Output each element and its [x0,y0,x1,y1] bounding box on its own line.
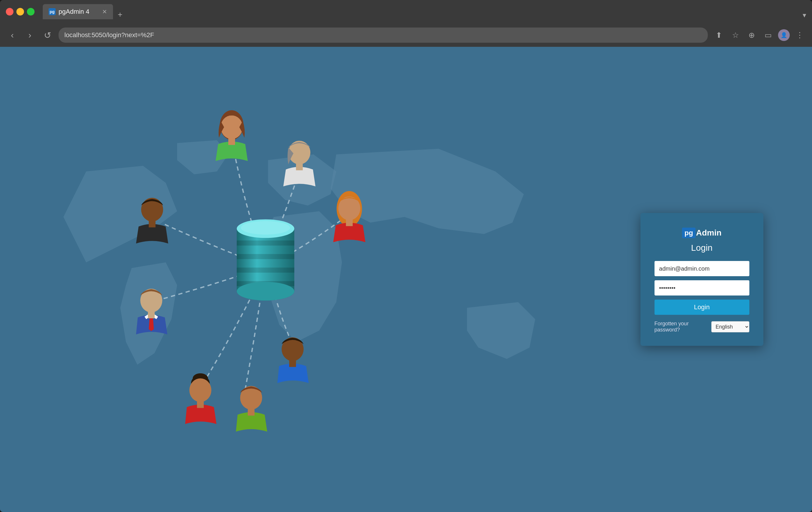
language-select[interactable]: English French German Spanish [711,321,749,332]
minimize-window-button[interactable] [17,8,24,16]
pgadmin-logo: pg Admin [655,228,749,238]
tabs-bar: pg pgAdmin 4 ✕ + ▾ [43,4,806,19]
forward-button[interactable]: › [23,29,36,41]
nav-bar: ‹ › ↺ localhost:5050/login?next=%2F ⬆ ☆ … [0,23,812,47]
nav-actions: ⬆ ☆ ⊕ ▭ 👤 ⋮ [713,29,806,41]
traffic-lights [6,8,34,16]
logo-admin: Admin [696,228,722,238]
login-panel: pg Admin Login Login Forgotten your pass… [640,213,763,346]
world-map-background [41,93,609,465]
share-button[interactable]: ⬆ [713,29,725,41]
browser-window: pg pgAdmin 4 ✕ + ▾ ‹ › ↺ localhost:5050/… [0,0,812,512]
email-input[interactable] [655,261,749,276]
menu-button[interactable]: ⋮ [793,29,806,41]
maximize-window-button[interactable] [27,8,34,16]
page-content: pg Admin Login Login Forgotten your pass… [0,47,812,512]
sidebar-toggle-button[interactable]: ▭ [762,29,775,41]
password-input[interactable] [655,280,749,296]
url-display: localhost:5050/login?next=%2F [64,31,154,39]
login-title: Login [655,243,749,253]
login-footer: Forgotten your password? English French … [655,321,749,333]
tab-title: pgAdmin 4 [59,8,89,16]
address-bar[interactable]: localhost:5050/login?next=%2F [59,28,708,43]
tab-list-button[interactable]: ▾ [803,11,806,19]
title-bar: pg pgAdmin 4 ✕ + ▾ [0,0,812,23]
logo-pg: pg [682,228,695,238]
extensions-button[interactable]: ⊕ [745,29,758,41]
profile-button[interactable]: 👤 [778,29,790,41]
tab-close-button[interactable]: ✕ [102,8,107,15]
active-tab[interactable]: pg pgAdmin 4 ✕ [43,4,113,19]
refresh-button[interactable]: ↺ [41,29,54,41]
bookmark-button[interactable]: ☆ [729,29,742,41]
back-button[interactable]: ‹ [6,29,19,41]
new-tab-button[interactable]: + [113,10,127,19]
close-window-button[interactable] [6,8,13,16]
forgot-password-link[interactable]: Forgotten your password? [655,321,711,333]
login-button[interactable]: Login [655,300,749,315]
tab-favicon: pg [49,8,56,15]
